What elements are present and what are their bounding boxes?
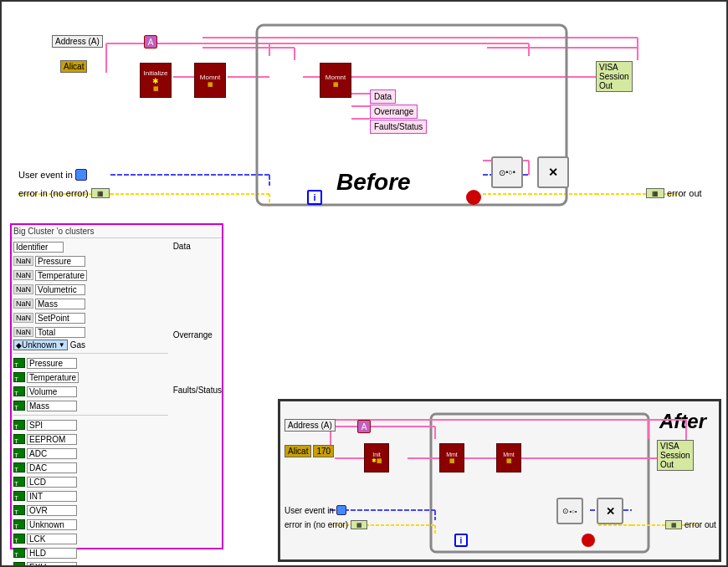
- fault-ovr: T OVR: [13, 503, 168, 517]
- cluster-panel: Big Cluster 'o clusters Identifier NaN P…: [10, 223, 223, 549]
- overrange-temperature: T Temperature: [13, 370, 168, 384]
- fault-hld: T HLD: [13, 546, 168, 559]
- cluster-row-volumetric: NaN Volumetric: [13, 283, 168, 296]
- total-field: Total: [35, 327, 85, 338]
- after-momnt2-node: Mmt ▦: [496, 443, 521, 472]
- user-event-label: User event in: [18, 169, 87, 181]
- error-out-terminal: ▦: [646, 188, 664, 198]
- alicat-block: Alicat 170: [60, 60, 81, 73]
- fault-spi: T SPI: [13, 418, 168, 432]
- after-error-handler: ⊙•○•: [556, 498, 583, 524]
- separator-1: [13, 353, 168, 354]
- overrange-mass: T Mass: [13, 399, 168, 412]
- after-info-icon[interactable]: i: [454, 534, 468, 547]
- after-stop-icon[interactable]: [582, 534, 595, 547]
- initialize-node: Initialize ✱ ▦: [140, 63, 172, 98]
- address-terminal: A: [144, 35, 157, 49]
- pressure-field: Pressure: [35, 256, 85, 267]
- nan-total: NaN: [13, 327, 33, 337]
- error-in-terminal: ▦: [91, 188, 110, 198]
- data-output: Data: [370, 89, 396, 104]
- cluster-body: Identifier NaN Pressure NaN Temperature …: [12, 238, 222, 567]
- fault-dac: T DAC: [13, 461, 168, 474]
- nan-volumetric: NaN: [13, 284, 33, 294]
- after-address-label: Address (A): [285, 420, 336, 430]
- fault-eeprom: T EEPROM: [13, 432, 168, 446]
- cluster-row-identifier: Identifier: [13, 240, 168, 253]
- fault-exh: T EXH: [13, 560, 168, 567]
- nan-temperature: NaN: [13, 270, 33, 280]
- main-container: Address (A) A Alicat 170 Initialize ✱ ▦ …: [2, 2, 728, 567]
- after-address-terminal: A: [357, 420, 371, 433]
- cluster-row-total: NaN Total: [13, 325, 168, 339]
- error-handler-node: ⊙ •○•: [491, 156, 523, 188]
- after-wiring-svg: [280, 401, 724, 556]
- after-section: After: [278, 399, 721, 562]
- alicat-label: Alicat: [60, 60, 87, 73]
- momnt1-node: Momnt ▦: [194, 63, 226, 98]
- before-label: Before: [336, 169, 411, 196]
- data-section-label: Data: [173, 242, 222, 251]
- faults-section-label: Faults/Status: [173, 386, 222, 395]
- fault-unknown: T Unknown: [13, 518, 168, 531]
- error-out-label: ▦ error out: [646, 188, 702, 198]
- overrange-output: Overrange: [370, 105, 418, 119]
- overrange-volume: T Volume: [13, 385, 168, 398]
- cluster-row-setpoint: NaN SetPoint: [13, 311, 168, 324]
- stop-icon[interactable]: [466, 190, 481, 205]
- visa-out-label: VISA Session Out: [596, 61, 633, 92]
- fault-int: T INT: [13, 489, 168, 503]
- momnt2-node: Momnt ▦: [320, 63, 351, 98]
- svg-rect-35: [431, 414, 649, 552]
- volumetric-field: Volumetric: [35, 284, 85, 295]
- nan-setpoint: NaN: [13, 313, 33, 323]
- after-visa-block: 170 VISA Session Out: [657, 449, 678, 462]
- cluster-right-labels: Data Overrange Faults/Status: [170, 238, 222, 567]
- after-x-button[interactable]: ✕: [597, 498, 623, 524]
- temperature-field: Temperature: [35, 270, 87, 281]
- after-error-in: error in (no error) ▦: [285, 520, 367, 529]
- error-in-label: error in (no error) ▦: [18, 188, 110, 198]
- gas-label: Gas: [70, 340, 85, 350]
- mass-field: Mass: [35, 299, 85, 309]
- fault-lcd: T LCD: [13, 475, 168, 488]
- separator-2: [13, 415, 168, 416]
- overrange-pressure: T Pressure: [13, 356, 168, 370]
- address-label: Address (A): [52, 35, 103, 48]
- gas-dropdown-row: ◆ Unknown ▼ Gas: [13, 340, 168, 350]
- info-icon[interactable]: i: [307, 190, 322, 205]
- after-initialize-node: Init ✱▦: [364, 443, 389, 472]
- user-event-terminal: [75, 169, 87, 181]
- cluster-row-mass: NaN Mass: [13, 297, 168, 310]
- identifier-field: Identifier: [13, 242, 64, 253]
- after-alicat-block: Alicat 170: [285, 445, 334, 457]
- faults-output: Faults/Status: [370, 120, 427, 134]
- cluster-row-pressure: NaN Pressure: [13, 254, 168, 268]
- after-error-out: ▦ error out: [665, 520, 716, 529]
- fault-lck: T LCK: [13, 532, 168, 545]
- setpoint-field: SetPoint: [35, 313, 85, 324]
- before-diagram-area: Address (A) A Alicat 170 Initialize ✱ ▦ …: [10, 10, 713, 236]
- gas-dropdown[interactable]: ◆ Unknown ▼: [13, 340, 68, 350]
- cluster-title: Big Cluster 'o clusters: [12, 225, 222, 238]
- before-wiring-svg: [10, 10, 713, 236]
- cluster-fields: Identifier NaN Pressure NaN Temperature …: [12, 238, 170, 567]
- cluster-row-temperature: NaN Temperature: [13, 268, 168, 282]
- fault-adc: T ADC: [13, 447, 168, 460]
- x-button[interactable]: ✕: [537, 156, 569, 188]
- overrange-section-label: Overrange: [173, 330, 222, 340]
- after-user-event: User event in: [285, 505, 346, 515]
- visa-out-block: 170 VISA Session Out: [596, 70, 617, 83]
- after-momnt1-node: Mmt ▦: [439, 443, 464, 472]
- unknown-field: Unknown: [27, 519, 77, 530]
- nan-mass: NaN: [13, 299, 33, 309]
- nan-pressure: NaN: [13, 256, 33, 266]
